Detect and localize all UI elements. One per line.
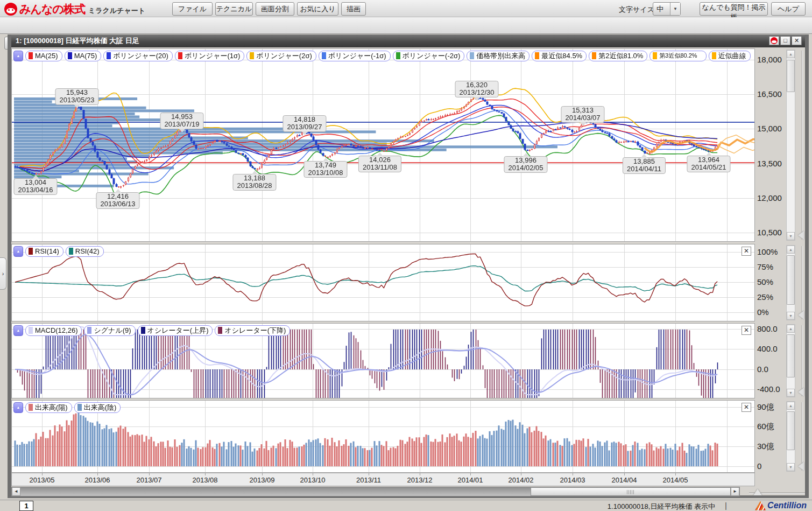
legend-pill[interactable]: RSI(14) [25, 246, 63, 257]
horizontal-scrollbar[interactable]: ◄ ► [11, 487, 740, 496]
maximize-icon[interactable]: □ [780, 36, 790, 45]
collapse-panel-icon[interactable]: ▲ [13, 402, 23, 413]
legend-label: 第2近似81.0% [598, 51, 643, 61]
brand-logo[interactable]: みんなの株式 ミラクルチャート [4, 2, 145, 17]
annotation-pointer [251, 171, 258, 174]
slider-track [802, 51, 802, 240]
x-axis-month-label: 2014/01 [458, 476, 483, 484]
draw-button[interactable]: 描画 [341, 2, 366, 16]
slider-thumb[interactable] [798, 231, 804, 240]
qa-board-button[interactable]: なんでも質問！掲示板 [700, 2, 768, 16]
annotation-pointer [322, 158, 329, 162]
time-zoom-slider[interactable] [749, 489, 805, 496]
scrollbar-thumb[interactable] [787, 411, 795, 450]
help-button[interactable]: ヘルプ [771, 2, 806, 16]
legend-pill[interactable]: MA(75) [65, 51, 102, 61]
price-chart-canvas[interactable] [12, 49, 754, 241]
x-axis-month-label: 2014/03 [560, 476, 585, 484]
legend-pill[interactable]: 第2近似81.0% [589, 51, 647, 61]
scroll-down-icon[interactable]: ▼ [787, 389, 795, 397]
panel-zoom-slider[interactable] [797, 325, 806, 396]
status-separator: | [725, 501, 727, 510]
legend-pill[interactable]: ボリンジャー(2σ) [246, 51, 316, 61]
legend-pill[interactable]: シグナル(9) [84, 325, 135, 336]
panel-zoom-slider[interactable] [797, 402, 806, 471]
chart-tab-1[interactable]: 1 [19, 501, 33, 511]
legend-pill[interactable]: オシレーター(下降) [215, 325, 290, 336]
legend-pill[interactable]: 出来高(陽) [25, 402, 72, 413]
legend-pill[interactable]: RSI(42) [66, 246, 104, 257]
close-icon[interactable]: ✕ [742, 326, 751, 335]
annotation-price: 15,943 [59, 89, 94, 96]
price-annotation: 15,9432013/05/23 [55, 88, 98, 105]
legend-pill[interactable]: ボリンジャー(-2σ) [393, 51, 465, 61]
collapse-panel-icon[interactable]: ▲ [13, 51, 23, 61]
legend-swatch-icon [29, 327, 33, 334]
slider-thumb[interactable] [798, 462, 804, 471]
legend-pill[interactable]: MACD(12,26) [25, 325, 82, 336]
volume-canvas[interactable] [12, 401, 754, 472]
favorites-button[interactable]: お気に入り [297, 2, 338, 16]
scroll-up-icon[interactable]: ▲ [787, 402, 795, 410]
scrollbar-thumb[interactable] [531, 487, 731, 496]
scrollbar-thumb[interactable] [787, 255, 795, 305]
close-icon[interactable]: ✕ [742, 403, 751, 412]
window-brand-icon[interactable] [769, 36, 779, 45]
technical-button[interactable]: テクニカル [215, 2, 253, 16]
rsi-canvas[interactable] [12, 244, 754, 321]
scroll-up-icon[interactable]: ▲ [787, 50, 795, 58]
scroll-down-icon[interactable]: ▼ [787, 463, 795, 471]
scroll-up-icon[interactable]: ▲ [787, 246, 795, 254]
collapse-panel-icon[interactable]: ▲ [13, 325, 23, 336]
legend-pill[interactable]: ボリンジャー(20) [103, 51, 173, 61]
legend-pill[interactable]: ボリンジャー(1σ) [175, 51, 244, 61]
x-axis-month-label: 2014/04 [612, 476, 637, 484]
close-icon[interactable]: ✕ [742, 247, 751, 256]
legend-pill[interactable]: 最近似84.5% [532, 51, 587, 61]
scroll-left-icon[interactable]: ◄ [12, 487, 20, 496]
x-axis-tick [573, 473, 573, 475]
scroll-down-icon[interactable]: ▼ [787, 232, 795, 240]
scroll-up-icon[interactable]: ▲ [787, 325, 795, 333]
scroll-right-icon[interactable]: ► [731, 487, 739, 496]
scrollbar-thumb[interactable] [787, 334, 795, 377]
vertical-scrollbar[interactable]: ▲▼ [786, 324, 795, 397]
legend-pill[interactable]: ボリンジャー(-1σ) [319, 51, 391, 61]
legend-pill[interactable]: MA(25) [25, 51, 62, 61]
slider-thumb[interactable] [753, 489, 762, 495]
x-axis-month-label: 2013/08 [193, 476, 218, 484]
panel-zoom-slider[interactable] [797, 246, 806, 319]
font-size-select[interactable]: 中 ▼ [653, 2, 681, 16]
slider-thumb[interactable] [798, 311, 804, 319]
legend-label: シグナル(9) [94, 326, 131, 335]
font-size-value: 中 [653, 4, 670, 14]
annotation-pointer [74, 104, 80, 108]
screen-split-button[interactable]: 画面分割 [256, 2, 294, 16]
volume-legend-row: ▲出来高(陽)出来高(陰) [13, 402, 121, 413]
legend-pill[interactable]: 出来高(陰) [74, 402, 121, 413]
collapse-panel-icon[interactable]: ▲ [13, 246, 23, 257]
annotation-date: 2014/03/07 [565, 114, 600, 122]
vertical-scrollbar[interactable]: ▲▼ [786, 245, 795, 320]
main-toolbar: みんなの株式 ミラクルチャート ファイル テクニカル 画面分割 お気に入り 描画… [0, 0, 812, 17]
font-size-label: 文字サイズ [619, 5, 654, 15]
x-axis-tick [521, 473, 521, 475]
vertical-scrollbar[interactable]: ▲▼ [786, 50, 795, 241]
slider-track [802, 325, 802, 396]
file-button[interactable]: ファイル [172, 2, 213, 16]
slider-thumb[interactable] [798, 388, 804, 396]
legend-pill[interactable]: 第3近似80.2% [649, 51, 706, 61]
sidebar-expand-handle[interactable]: › [0, 257, 6, 290]
annotation-price: 16,320 [459, 81, 494, 89]
legend-pill[interactable]: 近似曲線 [709, 51, 751, 61]
legend-pill[interactable]: 価格帯別出来高 [467, 51, 529, 61]
scroll-down-icon[interactable]: ▼ [787, 312, 795, 320]
legend-pill[interactable]: オシレーター(上昇) [138, 325, 213, 336]
x-axis-month-label: 2014/05 [663, 476, 688, 484]
vertical-scrollbar[interactable]: ▲▼ [786, 401, 795, 472]
panel-zoom-slider[interactable] [797, 51, 806, 240]
chevron-down-icon[interactable]: ▼ [670, 3, 680, 15]
annotation-date: 2014/04/11 [627, 165, 661, 173]
scrollbar-thumb[interactable] [787, 60, 795, 92]
close-icon[interactable]: ✕ [792, 36, 802, 45]
